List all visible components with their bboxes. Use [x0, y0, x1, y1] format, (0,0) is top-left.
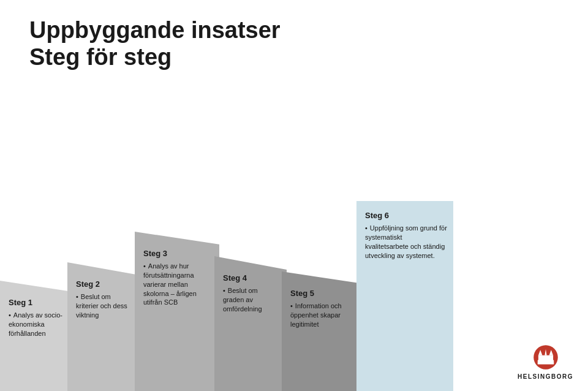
steps-container: Steg 1 Analys av socio-ekonomiska förhål… — [0, 89, 588, 391]
step6-title: Steg 6 — [365, 211, 447, 220]
svg-rect-6 — [537, 363, 553, 365]
step2-bullet1: Beslut om kriterier och dess viktning — [76, 292, 134, 320]
step4-title: Steg 4 — [223, 273, 281, 283]
logo-area: HELSINGBORG — [518, 344, 573, 380]
step-1: Steg 1 Analys av socio-ekonomiska förhål… — [0, 281, 72, 391]
step2-title: Steg 2 — [76, 279, 134, 289]
step-4: Steg 4 Beslut om graden av omfördelning — [214, 256, 287, 391]
helsingborg-crown-icon — [532, 344, 559, 371]
svg-rect-2 — [538, 355, 552, 361]
step-6: Steg 6 Uppföljning som grund för systema… — [356, 201, 453, 391]
step1-title: Steg 1 — [9, 298, 66, 307]
step4-bullet1: Beslut om graden av omfördelning — [223, 286, 281, 314]
step5-title: Steg 5 — [290, 289, 355, 298]
step-2: Steg 2 Beslut om kriterier och dess vikt… — [67, 262, 140, 391]
title-line1: Uppbyggande insatser — [29, 17, 281, 43]
title-line2: Steg för steg — [29, 44, 172, 70]
step-5: Steg 5 Information och öppenhet skapar l… — [282, 271, 361, 391]
step6-bullet1: Uppföljning som grund för systematiskt k… — [365, 224, 447, 260]
step-3: Steg 3 Analys av hur förutsättningarna v… — [135, 232, 219, 391]
logo-text: HELSINGBORG — [518, 373, 573, 380]
step3-bullet1: Analys av hur förutsättningarna varierar… — [143, 262, 213, 307]
main-title-block: Uppbyggande insatser Steg för steg — [29, 17, 281, 70]
step3-title: Steg 3 — [143, 249, 213, 258]
step1-bullet1: Analys av socio-ekonomiska förhållanden — [9, 311, 66, 338]
step5-bullet1: Information och öppenhet skapar legitimi… — [290, 302, 355, 329]
